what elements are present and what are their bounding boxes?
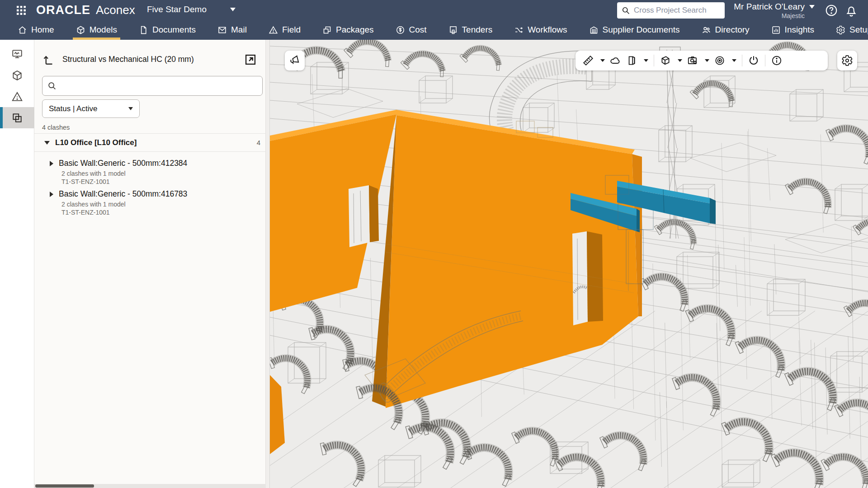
measure-dropdown[interactable] — [596, 51, 607, 70]
clash-item-model: T1-ST-ENZ-1001 — [61, 178, 260, 185]
markup-cloud-icon — [609, 55, 621, 66]
chevron-down-icon — [809, 5, 815, 9]
nav-item-workflows[interactable]: Workflows — [510, 20, 571, 40]
dollar-circle-icon — [396, 25, 405, 35]
chevron-down-icon — [128, 107, 133, 110]
panel-horizontal-scrollbar[interactable] — [34, 484, 266, 488]
clash-item-title: Basic Wall:Generic - 500mm:412384 — [59, 159, 187, 168]
section-box-dropdown[interactable] — [640, 51, 651, 70]
chevron-down-icon — [644, 59, 648, 62]
workflow-arrows-icon — [514, 25, 524, 35]
rail-item-issues[interactable] — [0, 86, 34, 107]
home-icon — [18, 25, 27, 35]
rail-item-clashes[interactable] — [0, 107, 34, 128]
nav-item-insights[interactable]: Insights — [767, 20, 818, 40]
model-viewer-canvas[interactable] — [270, 40, 868, 488]
up-arrow-icon — [42, 53, 56, 67]
nav-item-setup[interactable]: Setup — [832, 20, 868, 40]
measure-icon — [582, 55, 594, 66]
status-filter-dropdown[interactable]: Status | Active — [42, 99, 140, 118]
scrollbar-thumb[interactable] — [35, 484, 94, 488]
open-in-new-icon — [244, 53, 257, 66]
help-button[interactable] — [825, 4, 838, 17]
rail-item-activity[interactable] — [0, 43, 34, 65]
focus-target-button[interactable] — [712, 51, 728, 70]
focus-target-dropdown[interactable] — [728, 51, 739, 70]
power-reset-button[interactable] — [745, 51, 762, 70]
clash-search-input[interactable] — [61, 82, 258, 90]
perspective-box-dropdown[interactable] — [674, 51, 684, 70]
perspective-box-button[interactable] — [657, 51, 674, 70]
brand-logo: ORACLE Aconex — [36, 3, 135, 17]
model-cube-icon — [11, 70, 23, 81]
chevron-down-icon — [732, 59, 736, 62]
back-to-parent-button[interactable] — [42, 53, 56, 67]
tender-board-icon — [448, 25, 458, 35]
top-bar: ORACLE Aconex Five Star Demo Mr Patrick … — [0, 0, 868, 40]
issue-triangle-icon — [11, 91, 23, 103]
bar-chart-icon — [771, 25, 781, 35]
measure-button[interactable] — [580, 51, 596, 70]
nav-item-documents[interactable]: Documents — [135, 20, 200, 40]
help-icon — [825, 4, 838, 17]
settings-gear-icon — [841, 55, 853, 66]
nav-item-home[interactable]: Home — [14, 20, 58, 40]
project-selector[interactable]: Five Star Demo — [147, 5, 236, 14]
power-reset-icon — [748, 55, 760, 66]
clash-test-title: Structural vs Mechanical HC (20 mm) — [62, 55, 194, 64]
document-icon — [139, 25, 148, 35]
nav-item-supplier-documents[interactable]: Supplier Documents — [585, 20, 684, 40]
camera-views-icon — [687, 55, 698, 66]
clash-search-box — [42, 76, 263, 96]
nav-item-packages[interactable]: Packages — [318, 20, 377, 40]
bell-icon — [844, 4, 858, 17]
camera-views-button[interactable] — [684, 51, 701, 70]
warning-triangle-icon — [269, 25, 278, 35]
top-bar-row1: ORACLE Aconex Five Star Demo Mr Patrick … — [0, 0, 868, 20]
markup-cloud-button[interactable] — [607, 51, 623, 70]
section-box-icon — [626, 55, 637, 66]
nav-item-mail[interactable]: Mail — [213, 20, 251, 40]
clash-group-row[interactable]: L10 Office [L10 Office] 4 — [34, 134, 269, 151]
panel-vertical-scrollbar[interactable] — [265, 40, 269, 488]
viewer-settings-button[interactable] — [837, 51, 857, 70]
clash-item[interactable]: Basic Wall:Generic - 500mm:416783 2 clas… — [34, 186, 269, 216]
user-menu[interactable]: Mr Patrick O'Leary Majestic — [734, 2, 815, 19]
camera-views-dropdown[interactable] — [701, 51, 712, 70]
nav-item-directory[interactable]: Directory — [698, 20, 754, 40]
people-icon — [702, 25, 711, 35]
clash-3d-scene — [270, 40, 868, 488]
nav-item-tenders[interactable]: Tenders — [444, 20, 497, 40]
open-in-new-window-button[interactable] — [244, 53, 258, 67]
left-rail — [0, 40, 34, 488]
main-nav: Home Models Documents Mail Field Package… — [0, 20, 868, 40]
clash-item-subtitle: 2 clashes with 1 model — [61, 170, 260, 177]
search-icon — [621, 6, 630, 15]
logo-product: Aconex — [96, 3, 135, 17]
section-box-button[interactable] — [623, 51, 640, 70]
project-name: Five Star Demo — [147, 5, 207, 14]
clash-count-summary: 4 clashes — [42, 124, 70, 131]
info-button[interactable] — [769, 51, 785, 70]
aconex-app: ORACLE Aconex Five Star Demo Mr Patrick … — [0, 0, 868, 488]
viewer-toolbar — [576, 51, 828, 70]
cross-project-search-input[interactable] — [634, 6, 715, 15]
perspective-box-icon — [660, 55, 671, 66]
app-grid-icon[interactable] — [16, 5, 26, 15]
chevron-down-icon — [600, 59, 605, 62]
user-org: Majestic — [734, 12, 805, 19]
nav-item-models[interactable]: Models — [72, 20, 121, 40]
status-filter-label: Status | Active — [49, 104, 97, 113]
nav-item-cost[interactable]: Cost — [392, 20, 431, 40]
clash-item[interactable]: Basic Wall:Generic - 500mm:412384 2 clas… — [34, 155, 269, 185]
panel-header: Structural vs Mechanical HC (20 mm) — [34, 51, 269, 70]
active-tab-underline — [73, 38, 120, 40]
rail-item-models[interactable] — [0, 65, 34, 86]
announcements-button[interactable] — [285, 51, 305, 70]
expand-caret-icon — [50, 192, 53, 197]
activity-screen-icon — [11, 48, 23, 60]
notifications-button[interactable] — [844, 4, 858, 17]
toolbar-divider — [654, 55, 654, 66]
nav-item-field[interactable]: Field — [264, 20, 305, 40]
chevron-down-icon — [705, 59, 709, 62]
